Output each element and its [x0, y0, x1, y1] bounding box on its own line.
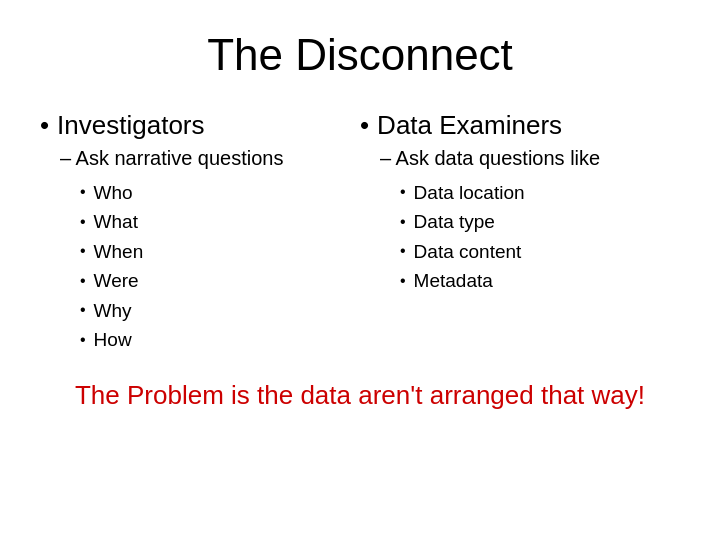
right-bullet-icon: • — [360, 110, 369, 141]
right-bullet-list: Data location Data type Data content Met… — [400, 178, 525, 296]
right-column-title: Data Examiners — [377, 110, 562, 141]
list-item: Data location — [400, 178, 525, 207]
left-bullet-list: Who What When Were Why How — [80, 178, 143, 355]
list-item: Were — [80, 266, 143, 295]
list-item: Why — [80, 296, 143, 325]
list-item: How — [80, 325, 143, 354]
footer-text: The Problem is the data aren't arranged … — [40, 379, 680, 413]
list-item: Who — [80, 178, 143, 207]
right-column: • Data Examiners – Ask data questions li… — [360, 110, 680, 296]
left-column-header: • Investigators — [40, 110, 205, 141]
content-columns: • Investigators – Ask narrative question… — [40, 110, 680, 355]
page-title: The Disconnect — [207, 30, 513, 80]
list-item: Data type — [400, 207, 525, 236]
left-bullet-icon: • — [40, 110, 49, 141]
left-sub-header: – Ask narrative questions — [60, 147, 283, 170]
list-item: What — [80, 207, 143, 236]
right-sub-header: – Ask data questions like — [380, 147, 600, 170]
left-column-title: Investigators — [57, 110, 204, 141]
list-item: Metadata — [400, 266, 525, 295]
list-item: Data content — [400, 237, 525, 266]
list-item: When — [80, 237, 143, 266]
right-column-header: • Data Examiners — [360, 110, 562, 141]
left-column: • Investigators – Ask narrative question… — [40, 110, 360, 355]
